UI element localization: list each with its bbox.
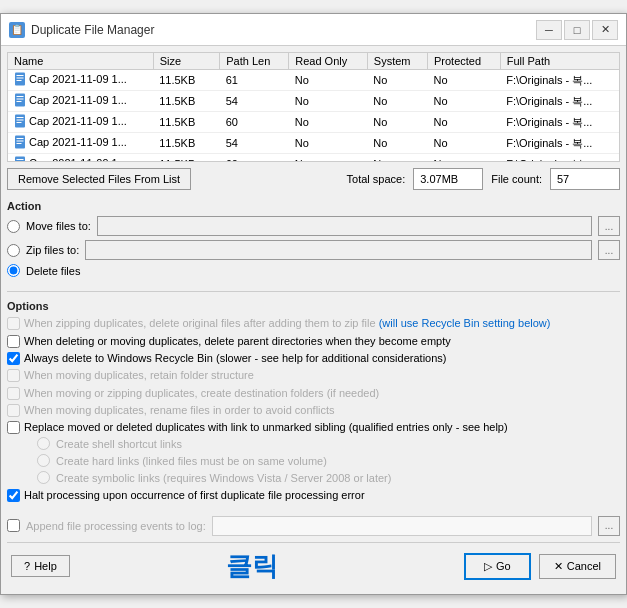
move-files-radio[interactable]	[7, 220, 20, 233]
help-label: Help	[34, 560, 57, 572]
remove-selected-button[interactable]: Remove Selected Files From List	[7, 168, 191, 190]
option-checkbox-3[interactable]	[7, 352, 20, 365]
total-space-label: Total space:	[347, 173, 406, 185]
cell-system: No	[367, 91, 427, 112]
option-checkbox-6[interactable]	[7, 404, 20, 417]
option-checkbox-2[interactable]	[7, 335, 20, 348]
svg-rect-1	[17, 75, 24, 76]
options-section-header: Options	[7, 300, 620, 312]
zip-browse-button[interactable]: ...	[598, 240, 620, 260]
action-section-header: Action	[7, 200, 620, 212]
hard-links-radio[interactable]	[37, 454, 50, 467]
cell-system: No	[367, 133, 427, 154]
svg-rect-10	[17, 120, 24, 121]
cell-fullpath: F:\Originals - 복...	[500, 91, 619, 112]
move-browse-button[interactable]: ...	[598, 216, 620, 236]
delete-files-radio[interactable]	[7, 264, 20, 277]
cell-pathlen: 54	[220, 91, 289, 112]
table-row[interactable]: Cap 2021-11-09 1... 11.5KB 54 No No No F…	[8, 133, 619, 154]
replace-link-row: Replace moved or deleted duplicates with…	[7, 420, 620, 434]
col-system[interactable]: System	[367, 53, 427, 70]
minimize-button[interactable]: ─	[536, 20, 562, 40]
cell-name: Cap 2021-11-09 1...	[8, 112, 153, 133]
option-row-4: When moving duplicates, retain folder st…	[7, 368, 620, 382]
svg-rect-18	[17, 162, 24, 163]
go-button[interactable]: ▷ Go	[464, 553, 531, 580]
hard-links-label: Create hard links (linked files must be …	[56, 455, 327, 467]
cell-size: 11.5KB	[153, 133, 220, 154]
delete-files-row: Delete files	[7, 264, 620, 277]
col-protected[interactable]: Protected	[427, 53, 500, 70]
halt-processing-checkbox[interactable]	[7, 489, 20, 502]
svg-rect-11	[17, 122, 22, 123]
total-space-value: 3.07MB	[413, 168, 483, 190]
svg-rect-7	[17, 101, 22, 102]
svg-rect-15	[17, 143, 22, 144]
option-checkbox-5[interactable]	[7, 387, 20, 400]
svg-rect-9	[17, 117, 24, 118]
go-label: Go	[496, 560, 511, 572]
option-row-5: When moving or zipping duplicates, creat…	[7, 386, 620, 400]
replace-link-checkbox[interactable]	[7, 421, 20, 434]
option-checkbox-1[interactable]	[7, 317, 20, 330]
zip-files-radio[interactable]	[7, 244, 20, 257]
cell-fullpath: F:\Originals - 복...	[500, 112, 619, 133]
content-area: Name Size Path Len Read Only System Prot…	[1, 46, 626, 593]
symbolic-links-radio[interactable]	[37, 471, 50, 484]
svg-rect-2	[17, 78, 24, 79]
shell-links-row: Create shell shortcut links	[7, 437, 620, 450]
footer-right: ▷ Go ✕ Cancel	[464, 553, 616, 580]
table-body: Cap 2021-11-09 1... 11.5KB 61 No No No F…	[8, 70, 619, 163]
col-size[interactable]: Size	[153, 53, 220, 70]
zip-files-label: Zip files to:	[26, 244, 79, 256]
cell-pathlen: 54	[220, 133, 289, 154]
cell-size: 11.5KB	[153, 112, 220, 133]
shell-links-radio[interactable]	[37, 437, 50, 450]
option-checkbox-4[interactable]	[7, 369, 20, 382]
file-table: Name Size Path Len Read Only System Prot…	[8, 53, 619, 162]
cell-protected: No	[427, 154, 500, 163]
divider1	[7, 291, 620, 292]
append-log-browse-button[interactable]: ...	[598, 516, 620, 536]
cell-fullpath: F:\Originals - 복...	[500, 70, 619, 91]
title-bar-left: 📋 Duplicate File Manager	[9, 22, 154, 38]
halt-processing-label: Halt processing upon occurrence of first…	[24, 488, 365, 502]
help-button[interactable]: ? Help	[11, 555, 70, 577]
table-row[interactable]: Cap 2021-11-09 1... 11.5KB 54 No No No F…	[8, 91, 619, 112]
table-row[interactable]: Cap 2021-11-09 1... 11.5KB 61 No No No F…	[8, 70, 619, 91]
go-icon: ▷	[484, 560, 492, 573]
title-bar: 📋 Duplicate File Manager ─ □ ✕	[1, 14, 626, 46]
close-button[interactable]: ✕	[592, 20, 618, 40]
col-name[interactable]: Name	[8, 53, 153, 70]
cell-size: 11.5KB	[153, 154, 220, 163]
cell-size: 11.5KB	[153, 91, 220, 112]
svg-rect-4	[15, 94, 25, 107]
col-fullpath[interactable]: Full Path	[500, 53, 619, 70]
cell-name: Cap 2021-11-09 1...	[8, 91, 153, 112]
svg-rect-0	[15, 73, 25, 86]
table-row[interactable]: Cap 2021-11-09 1... 11.5KB 60 No No No F…	[8, 112, 619, 133]
col-pathlen[interactable]: Path Len	[220, 53, 289, 70]
append-log-row: Append file processing events to log: ..…	[7, 516, 620, 536]
cell-name: Cap 2021-11-09 1...	[8, 154, 153, 163]
cancel-button[interactable]: ✕ Cancel	[539, 554, 616, 579]
cell-pathlen: 60	[220, 154, 289, 163]
cell-system: No	[367, 154, 427, 163]
move-files-input[interactable]	[97, 216, 592, 236]
svg-rect-3	[17, 80, 22, 81]
col-readonly[interactable]: Read Only	[289, 53, 368, 70]
cell-readonly: No	[289, 154, 368, 163]
cell-readonly: No	[289, 112, 368, 133]
append-log-input[interactable]	[212, 516, 592, 536]
maximize-button[interactable]: □	[564, 20, 590, 40]
cell-fullpath: F:\Originals - 복...	[500, 154, 619, 163]
append-log-checkbox[interactable]	[7, 519, 20, 532]
file-table-container[interactable]: Name Size Path Len Read Only System Prot…	[7, 52, 620, 162]
zip-files-row: Zip files to: ...	[7, 240, 620, 260]
action-section: Action Move files to: ... Zip files to: …	[7, 196, 620, 285]
table-row[interactable]: Cap 2021-11-09 1... 11.5KB 60 No No No F…	[8, 154, 619, 163]
cell-pathlen: 61	[220, 70, 289, 91]
cell-pathlen: 60	[220, 112, 289, 133]
zip-files-input[interactable]	[85, 240, 592, 260]
cancel-icon: ✕	[554, 560, 563, 573]
